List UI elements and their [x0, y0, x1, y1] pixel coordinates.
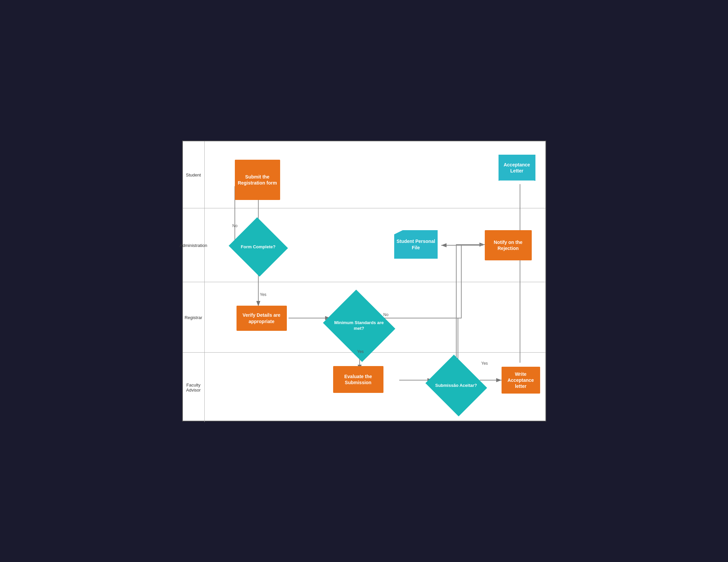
- lane-student-label: Student: [183, 141, 205, 208]
- lane-faculty-label: FacultyAdvisor: [183, 353, 205, 422]
- lane-administration-label: Administration: [183, 208, 205, 282]
- lane-registrar-label: Registrar: [183, 282, 205, 353]
- submit-form-shape: Submit the Registration form: [235, 160, 280, 200]
- acceptance-letter-label: Acceptance Letter: [499, 155, 535, 181]
- student-personal-file-shape: Student Personal File: [394, 230, 438, 259]
- diagram-container: Student Administration Registrar Faculty…: [182, 141, 546, 421]
- acceptance-letter-shape: Acceptance Letter: [499, 155, 535, 185]
- minimum-standards-shape: Minimum Standards are met?: [331, 302, 387, 349]
- verify-details-shape: Verify Details are appropriate: [237, 306, 287, 331]
- evaluate-submission-shape: Evaluate the Submission: [333, 366, 383, 393]
- write-acceptance-shape: Write Acceptance letter: [502, 367, 540, 394]
- yes-label-submissao: Yes: [481, 361, 488, 366]
- no-label-form: No: [232, 223, 238, 228]
- yes-label-standards: Yes: [357, 349, 364, 354]
- submissao-aceitar-shape: Submissão Aceitar?: [433, 365, 480, 406]
- no-label-standards: No: [383, 312, 388, 317]
- yes-label-form: Yes: [260, 292, 267, 297]
- notify-rejection-shape: Notify on the Rejection: [485, 230, 532, 260]
- form-complete-shape: Form Complete?: [237, 227, 280, 267]
